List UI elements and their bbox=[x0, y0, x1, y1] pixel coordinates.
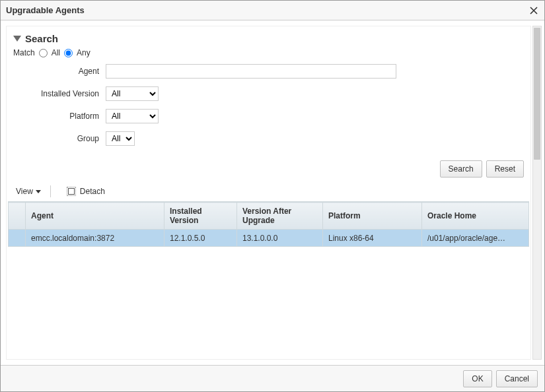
col-oracle-home[interactable]: Oracle Home bbox=[422, 203, 529, 230]
search-title: Search bbox=[25, 33, 58, 44]
match-all-radio[interactable] bbox=[39, 49, 48, 57]
platform-row: Platform All bbox=[13, 109, 524, 123]
installed-version-label: Installed Version bbox=[13, 89, 106, 98]
col-installed-version[interactable]: Installed Version bbox=[164, 203, 237, 230]
detach-button[interactable]: Detach bbox=[64, 185, 108, 197]
search-button-bar: Search Reset bbox=[7, 158, 530, 183]
group-row: Group All bbox=[13, 131, 524, 146]
chevron-down-icon bbox=[36, 190, 41, 193]
installed-version-select[interactable]: All bbox=[106, 86, 159, 101]
vertical-scrollbar[interactable] bbox=[532, 26, 542, 360]
match-all-label: All bbox=[52, 48, 60, 57]
agent-label: Agent bbox=[13, 67, 106, 76]
match-any-radio[interactable] bbox=[64, 49, 73, 57]
cell-oracle-home: /u01/app/oracle/age… bbox=[422, 230, 529, 247]
col-agent[interactable]: Agent bbox=[26, 203, 164, 230]
dialog-body: Search Match All Any Agent Installed Ver… bbox=[1, 20, 544, 365]
agent-row: Agent bbox=[13, 64, 524, 79]
detach-label: Detach bbox=[80, 187, 105, 196]
titlebar: Upgradable Agents bbox=[1, 1, 544, 20]
search-button[interactable]: Search bbox=[440, 160, 482, 178]
close-icon[interactable] bbox=[528, 5, 539, 16]
platform-select[interactable]: All bbox=[106, 109, 159, 123]
separator bbox=[50, 185, 51, 197]
view-menu[interactable]: View bbox=[13, 185, 44, 197]
platform-label: Platform bbox=[13, 112, 106, 121]
installed-version-row: Installed Version All bbox=[13, 86, 524, 101]
cell-installed-version: 12.1.0.5.0 bbox=[164, 230, 237, 247]
col-select bbox=[9, 203, 26, 230]
table-toolbar: View Detach bbox=[7, 183, 530, 201]
col-platform[interactable]: Platform bbox=[323, 203, 422, 230]
dialog-footer: OK Cancel bbox=[1, 365, 544, 391]
col-version-after-upgrade[interactable]: Version After Upgrade bbox=[237, 203, 323, 230]
table-wrap: Agent Installed Version Version After Up… bbox=[8, 201, 529, 356]
group-select[interactable]: All bbox=[106, 131, 135, 146]
agents-table: Agent Installed Version Version After Up… bbox=[8, 202, 529, 247]
agent-input[interactable] bbox=[106, 64, 396, 79]
group-label: Group bbox=[13, 134, 106, 143]
detach-icon bbox=[67, 187, 76, 196]
ok-button[interactable]: OK bbox=[463, 370, 491, 387]
collapse-icon bbox=[13, 36, 21, 42]
row-select-cell[interactable] bbox=[9, 230, 26, 247]
cell-platform: Linux x86-64 bbox=[323, 230, 422, 247]
view-label: View bbox=[16, 187, 33, 196]
match-any-label: Any bbox=[77, 48, 91, 57]
table-row[interactable]: emcc.localdomain:3872 12.1.0.5.0 13.1.0.… bbox=[9, 230, 529, 247]
scrollbar-thumb[interactable] bbox=[534, 28, 540, 160]
table-header-row: Agent Installed Version Version After Up… bbox=[9, 203, 529, 230]
search-header[interactable]: Search bbox=[13, 33, 524, 44]
content-panel: Search Match All Any Agent Installed Ver… bbox=[6, 26, 531, 360]
cell-agent: emcc.localdomain:3872 bbox=[26, 230, 164, 247]
search-panel: Search Match All Any Agent Installed Ver… bbox=[7, 26, 530, 158]
match-label: Match bbox=[13, 48, 35, 57]
dialog-title: Upgradable Agents bbox=[6, 5, 528, 15]
dialog: Upgradable Agents Search Match All Any bbox=[0, 0, 545, 392]
cancel-button[interactable]: Cancel bbox=[496, 370, 538, 387]
cell-version-after-upgrade: 13.1.0.0.0 bbox=[237, 230, 323, 247]
match-row: Match All Any bbox=[13, 48, 524, 57]
reset-button[interactable]: Reset bbox=[486, 160, 524, 178]
